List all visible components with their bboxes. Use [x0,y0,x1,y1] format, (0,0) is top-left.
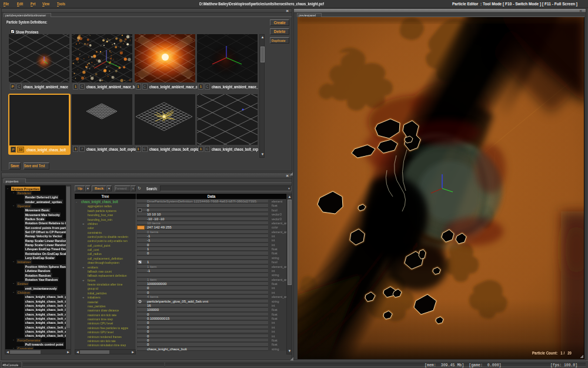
svg-text:Particle Count: 1 / 20: Particle Count: 1 / 20 [532,351,572,355]
